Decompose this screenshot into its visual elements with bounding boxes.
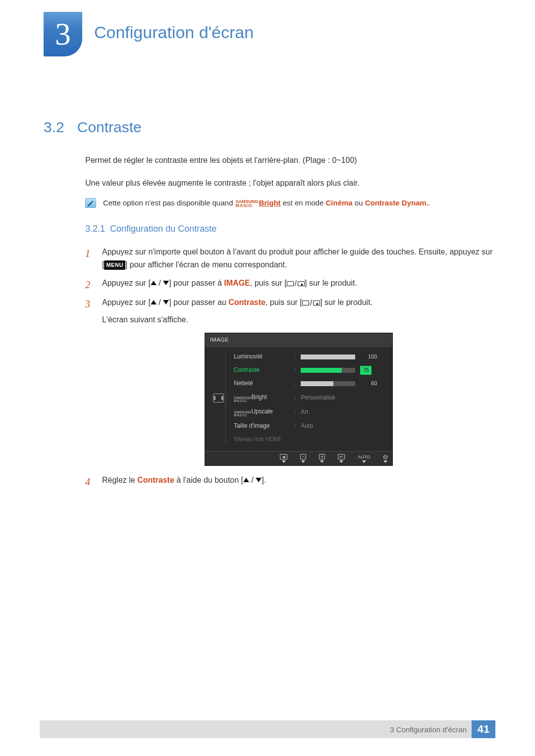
down-arrow-icon <box>256 478 262 482</box>
up-arrow-icon <box>151 300 157 304</box>
osd-back-icon: ◄ <box>280 454 288 463</box>
osd-row-magic-bright: SAMSUNGMAGICBright: Personnalisé <box>234 393 386 403</box>
step-3: 3 Appuyez sur [ / ] pour passer au Contr… <box>85 296 495 466</box>
footer-text: 3 Configuration d'écran <box>390 725 467 734</box>
osd-plus-icon: + <box>319 454 325 463</box>
osd-screenshot: IMAGE Luminosité: 100 Contraste: 75 <box>205 333 393 466</box>
source-enter-icon: / <box>302 297 320 309</box>
osd-auto-icon: AUTO <box>358 454 370 463</box>
page-number: 41 <box>472 720 495 738</box>
note-text: Cette option n'est pas disponible quand … <box>103 199 430 207</box>
osd-enter-icon: ↵ <box>338 454 345 463</box>
steps-list: 1 Appuyez sur n'importe quel bouton à l'… <box>85 246 495 493</box>
osd-power-icon: ⏻ <box>383 454 387 463</box>
down-arrow-icon <box>163 300 169 304</box>
osd-row-contraste: Contraste: 75 <box>234 365 386 375</box>
up-arrow-icon <box>243 478 249 482</box>
source-enter-icon: / <box>287 277 305 290</box>
samsung-magic-label: SAMSUNG MAGIC <box>235 200 258 207</box>
osd-row-hdmi-black: Niveau noir HDMI <box>234 435 386 444</box>
osd-title: IMAGE <box>205 333 392 347</box>
down-arrow-icon <box>163 281 169 285</box>
osd-row-magic-upscale: SAMSUNGMAGICUpscale: Arr. <box>234 407 386 417</box>
osd-minus-icon: − <box>300 454 306 463</box>
intro-paragraph-1: Permet de régler le contraste entre les … <box>85 154 495 167</box>
step-1: 1 Appuyez sur n'importe quel bouton à l'… <box>85 246 495 271</box>
chapter-number-badge: 3 <box>44 12 82 56</box>
note-callout: Cette option n'est pas disponible quand … <box>85 198 495 208</box>
intro-paragraph-2: Une valeur plus élevée augmente le contr… <box>85 177 495 190</box>
menu-button-chip: MENU <box>104 260 125 270</box>
step-2: 2 Appuyez sur [ / ] pour passer à IMAGE,… <box>85 277 495 290</box>
section-title: Contraste <box>77 119 142 136</box>
section-number: 3.2 <box>44 119 64 136</box>
chapter-title: Configuration d'écran <box>94 23 254 42</box>
page-footer: 3 Configuration d'écran 41 <box>40 720 495 738</box>
note-icon <box>85 198 96 208</box>
osd-row-luminosite: Luminosité: 100 <box>234 352 386 361</box>
up-arrow-icon <box>151 281 157 285</box>
section-heading: 3.2 Contraste <box>44 119 495 136</box>
osd-footer: ◄ − + ↵ AUTO ⏻ <box>205 451 392 465</box>
osd-row-nettete: Netteté: 60 <box>234 379 386 388</box>
step-4: 4 Réglez le Contraste à l'aide du bouton… <box>85 474 495 487</box>
osd-row-taille: Taille d'image: Auto <box>234 421 386 431</box>
subsection-heading: 3.2.1 Configuration du Contraste <box>85 224 216 234</box>
osd-category-icon <box>211 352 226 445</box>
